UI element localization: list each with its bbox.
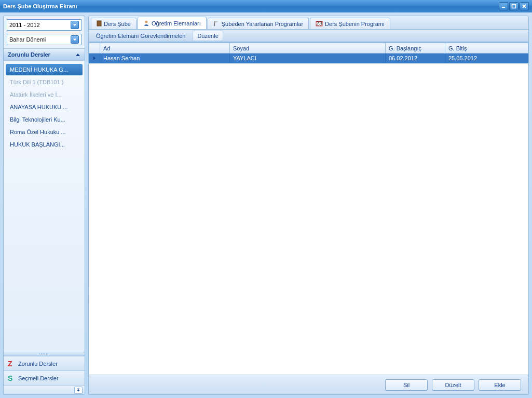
instructors-grid: Ad Soyad G. Başlangıç G. Bitiş Hasan Ser…	[89, 43, 528, 63]
grid-empty-area	[89, 63, 528, 375]
mandatory-courses-label: Zorunlu Dersler	[8, 51, 50, 58]
titlebar: Ders Şube Oluştrma Ekranı	[0, 0, 532, 12]
cell-soyad: YAYLACI	[230, 54, 386, 63]
table-row[interactable]: Hasan SerhanYAYLACI06.02.201225.05.2012	[89, 54, 528, 63]
row-header-blank	[89, 43, 100, 54]
person-icon	[143, 20, 149, 27]
tab-1[interactable]: Öğretim Elemanları	[138, 17, 207, 29]
sidebar: 2011 - 2012 Bahar Dönemi Zorunlu Dersler…	[3, 16, 85, 395]
splitter-handle[interactable]: ••••••	[4, 352, 85, 356]
tabs-row: Ders ŞubeÖğretim ElemanlarıŞubeden Yarar…	[89, 16, 528, 30]
action-bar: Sil Düzelt Ekle	[89, 375, 528, 394]
svg-marker-8	[77, 390, 80, 391]
svg-point-10	[145, 20, 147, 23]
col-ad[interactable]: Ad	[100, 43, 230, 54]
minimize-button[interactable]	[499, 2, 508, 10]
course-item[interactable]: Bilgi Teknolojileri Ku...	[6, 114, 83, 125]
tab-3[interactable]: 23Ders Şubenin Programı	[310, 18, 390, 29]
sub-tabs-row: Öğretim Elemanı Görevlendirmeleri Düzenl…	[89, 30, 528, 42]
svg-rect-9	[97, 21, 101, 26]
edit-button[interactable]: Düzelt	[432, 379, 474, 391]
tab-label: Şubeden Yararlanan Programlar	[222, 21, 303, 27]
course-list: MEDENİ HUKUKA G...Türk Dili 1 (TDB101 )A…	[4, 61, 85, 352]
svg-text:23: 23	[316, 20, 322, 26]
course-item: Atatürk İlkeleri ve İ...	[6, 89, 83, 100]
row-indicator-icon	[89, 54, 100, 63]
calendar-icon: 23	[316, 20, 323, 28]
document-icon	[97, 20, 102, 28]
add-button[interactable]: Ekle	[479, 379, 521, 391]
term-select-value: Bahar Dönemi	[9, 36, 71, 43]
chevron-up-icon	[75, 51, 80, 58]
tab-2[interactable]: Şubeden Yararlanan Programlar	[208, 18, 309, 29]
cell-end: 25.05.2012	[445, 54, 528, 63]
nav-mandatory-label: Zorunlu Dersler	[18, 361, 58, 367]
svg-marker-6	[76, 54, 80, 56]
term-select[interactable]: Bahar Dönemi	[7, 34, 81, 45]
tab-label: Ders Şube	[104, 21, 131, 27]
flag-icon	[213, 20, 220, 28]
chevron-down-icon	[71, 35, 79, 44]
letter-z-icon: Z	[8, 360, 15, 368]
expand-button[interactable]	[74, 387, 83, 394]
letter-s-icon: S	[8, 374, 15, 382]
svg-rect-1	[512, 5, 516, 8]
svg-marker-5	[73, 38, 76, 41]
course-item[interactable]: ANAYASA HUKUKU ...	[6, 101, 83, 113]
svg-marker-4	[73, 24, 76, 26]
tab-label: Ders Şubenin Programı	[325, 21, 385, 27]
course-item: Türk Dili 1 (TDB101 )	[6, 76, 83, 88]
window-title: Ders Şube Oluştrma Ekranı	[3, 3, 499, 9]
main-panel: Ders ŞubeÖğretim ElemanlarıŞubeden Yarar…	[88, 16, 529, 395]
tab-0[interactable]: Ders Şube	[91, 18, 137, 29]
nav-elective-label: Seçmeli Dersler	[18, 375, 59, 381]
svg-marker-15	[93, 57, 96, 60]
subtab-edit[interactable]: Düzenle	[193, 31, 223, 41]
maximize-button[interactable]	[509, 2, 519, 10]
subtab-assignments[interactable]: Öğretim Elemanı Görevlendirmeleri	[92, 31, 189, 41]
mandatory-courses-header[interactable]: Zorunlu Dersler	[4, 48, 85, 61]
nav-elective-courses[interactable]: S Seçmeli Dersler	[4, 370, 85, 385]
course-item[interactable]: MEDENİ HUKUKA G...	[6, 64, 83, 75]
nav-mandatory-courses[interactable]: Z Zorunlu Dersler	[4, 356, 85, 370]
svg-marker-7	[77, 388, 80, 389]
col-end[interactable]: G. Bitiş	[445, 43, 528, 54]
col-start[interactable]: G. Başlangıç	[386, 43, 445, 54]
course-item[interactable]: Roma Özel Hukuku ...	[6, 126, 83, 138]
close-button[interactable]	[520, 2, 529, 10]
year-select-value: 2011 - 2012	[9, 22, 71, 28]
course-item[interactable]: HUKUK BAŞLANGI...	[6, 139, 83, 150]
cell-start: 06.02.2012	[386, 54, 445, 63]
col-soyad[interactable]: Soyad	[230, 43, 386, 54]
tab-label: Öğretim Elemanları	[152, 20, 201, 26]
chevron-down-icon	[71, 21, 79, 29]
cell-ad: Hasan Serhan	[100, 54, 230, 63]
delete-button[interactable]: Sil	[385, 379, 428, 391]
year-select[interactable]: 2011 - 2012	[7, 19, 81, 31]
